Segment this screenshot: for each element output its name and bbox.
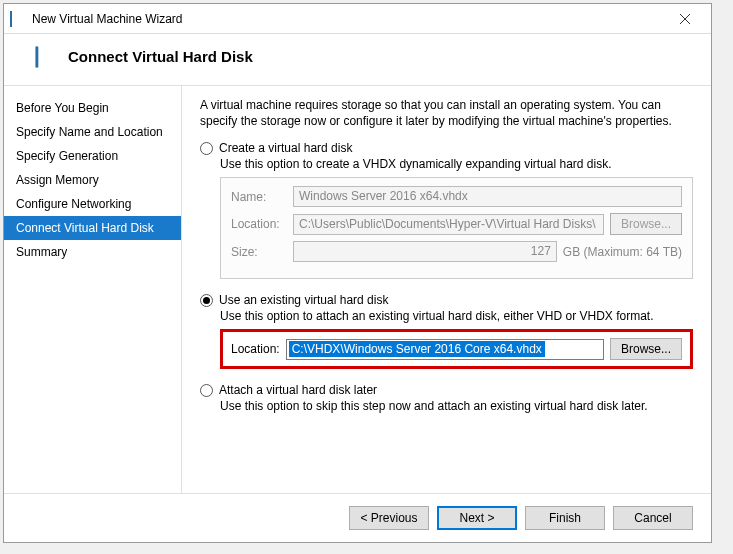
option-existing: Use an existing virtual hard disk Use th… bbox=[200, 293, 693, 369]
radio-existing[interactable]: Use an existing virtual hard disk bbox=[200, 293, 693, 307]
location-input: C:\Users\Public\Documents\Hyper-V\Virtua… bbox=[293, 214, 604, 235]
sidebar-item-label: Summary bbox=[16, 245, 67, 259]
radio-label: Attach a virtual hard disk later bbox=[219, 383, 377, 397]
sidebar-item-assign-memory[interactable]: Assign Memory bbox=[4, 168, 181, 192]
close-icon bbox=[679, 13, 691, 25]
location-label: Location: bbox=[231, 342, 280, 356]
sidebar-item-label: Configure Networking bbox=[16, 197, 131, 211]
sidebar-item-specify-name[interactable]: Specify Name and Location bbox=[4, 120, 181, 144]
radio-icon bbox=[200, 142, 213, 155]
page-header: Connect Virtual Hard Disk bbox=[4, 34, 711, 86]
size-input: 127 bbox=[293, 241, 557, 262]
body: Before You Begin Specify Name and Locati… bbox=[4, 86, 711, 493]
sidebar-item-label: Specify Name and Location bbox=[16, 125, 163, 139]
existing-location-value: C:\VHDX\Windows Server 2016 Core x64.vhd… bbox=[289, 341, 545, 357]
size-unit: GB (Maximum: 64 TB) bbox=[563, 245, 682, 259]
previous-button[interactable]: < Previous bbox=[349, 506, 429, 530]
sidebar: Before You Begin Specify Name and Locati… bbox=[4, 86, 182, 493]
app-icon bbox=[10, 12, 26, 26]
option-later-desc: Use this option to skip this step now an… bbox=[220, 399, 693, 413]
sidebar-item-configure-networking[interactable]: Configure Networking bbox=[4, 192, 181, 216]
option-create-desc: Use this option to create a VHDX dynamic… bbox=[220, 157, 693, 171]
sidebar-item-label: Assign Memory bbox=[16, 173, 99, 187]
header-icon bbox=[38, 50, 54, 64]
cancel-button[interactable]: Cancel bbox=[613, 506, 693, 530]
footer: < Previous Next > Finish Cancel bbox=[4, 493, 711, 542]
browse-button-existing[interactable]: Browse... bbox=[610, 338, 682, 360]
radio-icon bbox=[200, 294, 213, 307]
option-create: Create a virtual hard disk Use this opti… bbox=[200, 141, 693, 279]
name-input: Windows Server 2016 x64.vhdx bbox=[293, 186, 682, 207]
option-existing-desc: Use this option to attach an existing vi… bbox=[220, 309, 693, 323]
sidebar-item-label: Connect Virtual Hard Disk bbox=[16, 221, 154, 235]
sidebar-item-summary[interactable]: Summary bbox=[4, 240, 181, 264]
sidebar-item-before-you-begin[interactable]: Before You Begin bbox=[4, 96, 181, 120]
sidebar-item-specify-generation[interactable]: Specify Generation bbox=[4, 144, 181, 168]
create-settings-panel: Name: Windows Server 2016 x64.vhdx Locat… bbox=[220, 177, 693, 279]
content-area: A virtual machine requires storage so th… bbox=[182, 86, 711, 493]
name-label: Name: bbox=[231, 190, 287, 204]
size-label: Size: bbox=[231, 245, 287, 259]
close-button[interactable] bbox=[665, 5, 705, 33]
radio-create[interactable]: Create a virtual hard disk bbox=[200, 141, 693, 155]
next-button[interactable]: Next > bbox=[437, 506, 517, 530]
page-title: Connect Virtual Hard Disk bbox=[68, 48, 253, 65]
window-title: New Virtual Machine Wizard bbox=[32, 12, 665, 26]
finish-button[interactable]: Finish bbox=[525, 506, 605, 530]
option-later: Attach a virtual hard disk later Use thi… bbox=[200, 383, 693, 413]
radio-label: Use an existing virtual hard disk bbox=[219, 293, 388, 307]
intro-text: A virtual machine requires storage so th… bbox=[200, 98, 693, 129]
radio-later[interactable]: Attach a virtual hard disk later bbox=[200, 383, 693, 397]
existing-location-row: Location: C:\VHDX\Windows Server 2016 Co… bbox=[220, 329, 693, 369]
titlebar: New Virtual Machine Wizard bbox=[4, 4, 711, 34]
wizard-window: New Virtual Machine Wizard Connect Virtu… bbox=[3, 3, 712, 543]
sidebar-item-label: Before You Begin bbox=[16, 101, 109, 115]
existing-location-input[interactable]: C:\VHDX\Windows Server 2016 Core x64.vhd… bbox=[286, 339, 604, 360]
location-label: Location: bbox=[231, 217, 287, 231]
radio-label: Create a virtual hard disk bbox=[219, 141, 352, 155]
radio-icon bbox=[200, 384, 213, 397]
sidebar-item-label: Specify Generation bbox=[16, 149, 118, 163]
browse-button-create: Browse... bbox=[610, 213, 682, 235]
sidebar-item-connect-vhd[interactable]: Connect Virtual Hard Disk bbox=[4, 216, 181, 240]
